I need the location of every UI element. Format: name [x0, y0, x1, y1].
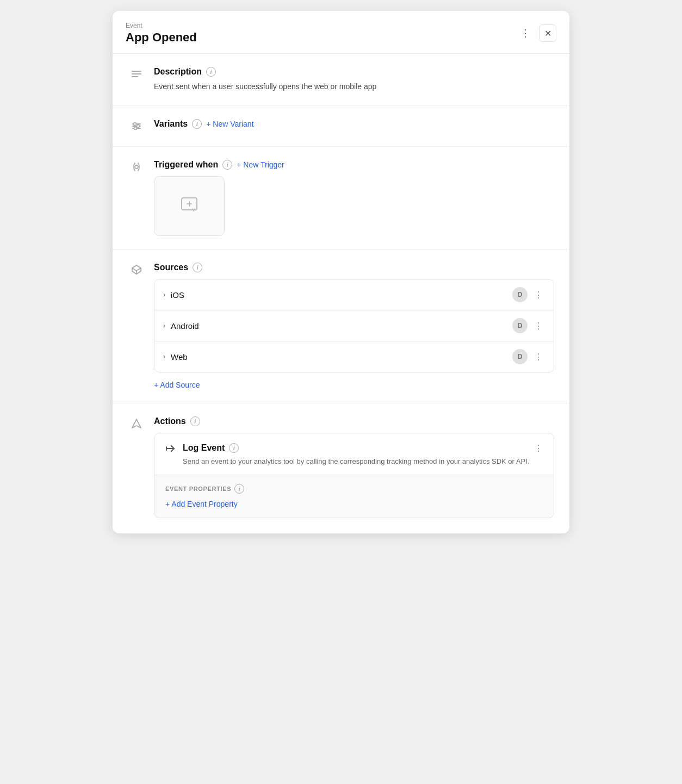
variants-icon	[128, 120, 145, 132]
triggered-when-title-row: Triggered when i + New Trigger	[154, 160, 554, 170]
source-name-web: Web	[171, 352, 512, 362]
add-trigger-icon	[179, 195, 199, 218]
actions-icon	[128, 418, 145, 430]
event-props-label: EVENT PROPERTIES	[165, 486, 231, 492]
svg-point-9	[135, 165, 138, 169]
trigger-placeholder-card[interactable]	[154, 176, 225, 236]
header-title-area: Event App Opened	[126, 22, 197, 45]
add-event-property-button[interactable]: + Add Event Property	[165, 500, 238, 508]
action-description: Send an event to your analytics tool by …	[183, 456, 530, 467]
new-variant-button[interactable]: + New Variant	[206, 120, 253, 128]
source-chevron-ios[interactable]: ›	[163, 291, 165, 298]
source-row-ios: › iOS D ⋮	[154, 279, 554, 310]
source-row-android: › Android D ⋮	[154, 310, 554, 341]
svg-marker-14	[132, 419, 141, 428]
actions-section: Actions i	[113, 403, 569, 533]
svg-point-8	[134, 127, 137, 130]
event-properties-section: EVENT PROPERTIES i + Add Event Property	[154, 475, 554, 518]
description-title-row: Description i	[154, 67, 554, 77]
header-actions: ⋮ ✕	[516, 24, 556, 42]
variants-info-icon[interactable]: i	[192, 119, 202, 129]
add-source-button[interactable]: + Add Source	[154, 381, 200, 389]
header-title: App Opened	[126, 30, 197, 45]
action-title-row: Log Event i	[183, 443, 530, 453]
description-title: Description	[154, 67, 202, 77]
action-log-event-body: Log Event i Send an event to your analyt…	[183, 443, 530, 467]
actions-body: Actions i	[154, 416, 554, 518]
actions-card: Log Event i Send an event to your analyt…	[154, 433, 554, 518]
source-name-android: Android	[171, 321, 512, 331]
sources-title: Sources	[154, 263, 188, 272]
description-info-icon[interactable]: i	[206, 67, 216, 77]
variants-body: Variants i + New Variant	[154, 119, 554, 133]
panel-header: Event App Opened ⋮ ✕	[113, 11, 569, 54]
source-row-web: › Web D ⋮	[154, 341, 554, 372]
sources-icon	[128, 264, 145, 276]
triggered-when-info-icon[interactable]: i	[222, 160, 232, 170]
sources-info-icon[interactable]: i	[193, 263, 202, 272]
action-title: Log Event	[183, 443, 225, 453]
header-label: Event	[126, 22, 197, 29]
close-button[interactable]: ✕	[539, 24, 556, 42]
sources-list: › iOS D ⋮ › Android D ⋮ ›	[154, 279, 554, 372]
triggered-when-icon	[128, 161, 145, 173]
source-badge-ios: D	[512, 287, 528, 302]
variants-section: Variants i + New Variant	[113, 106, 569, 147]
actions-title-row: Actions i	[154, 416, 554, 426]
svg-point-7	[137, 125, 140, 128]
variants-title: Variants	[154, 119, 188, 129]
description-text: Event sent when a user successfully open…	[154, 81, 554, 92]
action-dots-button[interactable]: ⋮	[534, 443, 543, 453]
action-info-icon[interactable]: i	[229, 443, 239, 453]
description-section: Description i Event sent when a user suc…	[113, 54, 569, 106]
triggered-when-body: Triggered when i + New Trigger	[154, 160, 554, 236]
sources-body: Sources i › iOS D ⋮ › Android D	[154, 263, 554, 390]
source-dots-ios[interactable]: ⋮	[532, 289, 545, 301]
trigger-placeholder-area	[154, 176, 554, 236]
description-body: Description i Event sent when a user suc…	[154, 67, 554, 92]
action-arrow-icon	[165, 444, 176, 455]
panel-content: Description i Event sent when a user suc…	[113, 54, 569, 533]
triggered-when-section: Triggered when i + New Trigger	[113, 147, 569, 250]
actions-info-icon[interactable]: i	[190, 416, 200, 426]
variants-title-row: Variants i + New Variant	[154, 119, 554, 129]
source-name-ios: iOS	[171, 290, 512, 300]
source-chevron-web[interactable]: ›	[163, 353, 165, 360]
source-badge-android: D	[512, 318, 528, 333]
event-props-info-icon[interactable]: i	[234, 484, 244, 494]
source-dots-android[interactable]: ⋮	[532, 320, 545, 332]
sources-title-row: Sources i	[154, 263, 554, 272]
main-panel: Event App Opened ⋮ ✕ Description i	[113, 11, 569, 533]
source-chevron-android[interactable]: ›	[163, 322, 165, 329]
description-icon	[128, 68, 145, 80]
header-more-button[interactable]: ⋮	[516, 25, 535, 41]
source-dots-web[interactable]: ⋮	[532, 351, 545, 363]
triggered-when-title: Triggered when	[154, 160, 218, 170]
event-props-label-row: EVENT PROPERTIES i	[165, 484, 543, 494]
action-log-event-header: Log Event i Send an event to your analyt…	[154, 433, 554, 475]
sources-section: Sources i › iOS D ⋮ › Android D	[113, 250, 569, 403]
svg-point-6	[134, 123, 137, 126]
source-badge-web: D	[512, 349, 528, 364]
new-trigger-button[interactable]: + New Trigger	[237, 160, 284, 169]
actions-title: Actions	[154, 416, 186, 426]
